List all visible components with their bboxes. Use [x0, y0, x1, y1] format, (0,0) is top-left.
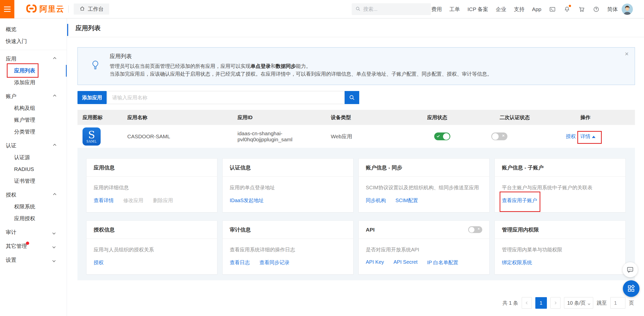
banner-line-1: 管理员可以在当前页面管理已经添加的所有应用，应用可以实现单点登录和数据同步能力。 — [110, 62, 617, 70]
api-toggle-off[interactable]: × — [468, 226, 482, 233]
sidebar-item-org-groups[interactable]: 机构及组 — [0, 102, 67, 114]
chevron-up-icon — [53, 144, 56, 147]
sidebar-item-quickstart[interactable]: 快速入门 — [0, 35, 67, 47]
sidebar-group-account[interactable]: 账户 — [0, 90, 67, 102]
triangle-up-icon — [592, 136, 595, 138]
modify-app-link[interactable]: 修改应用 — [123, 197, 143, 204]
alibaba-cloud-logo-icon — [26, 4, 37, 14]
sidebar-item-overview[interactable]: 概览 — [0, 23, 67, 35]
jump-suffix: 页 — [629, 300, 634, 306]
view-logs-link[interactable]: 查看日志 — [230, 259, 250, 266]
chevron-left-icon — [526, 301, 528, 304]
terminal-icon[interactable] — [549, 6, 556, 13]
nav-enterprise[interactable]: 企业 — [496, 6, 506, 13]
card-title: 应用信息 — [94, 164, 115, 171]
card-desc: 查看应用系统详细的操作日志 — [230, 246, 346, 253]
chat-bubble-icon — [626, 266, 634, 274]
info-banner: 应用列表 管理员可以在当前页面管理已经添加的所有应用，应用可以实现单点登录和数据… — [77, 47, 635, 85]
card-auth-info: 认证信息 应用的单点登录地址 IDaaS发起地址 — [222, 158, 353, 212]
sidebar-group-audit[interactable]: 审计 — [0, 226, 67, 238]
view-sub-account-link[interactable]: 查看应用子账户 — [502, 197, 537, 204]
sidebar-group-application[interactable]: 应用 — [0, 53, 67, 65]
global-search-input[interactable] — [363, 6, 424, 12]
sidebar-item-account-mgmt[interactable]: 账户管理 — [0, 114, 67, 126]
page-size-select[interactable]: 10 条/页 — [564, 297, 593, 309]
sidebar-item-radius[interactable]: RADIUS — [0, 163, 67, 175]
home-icon — [79, 6, 85, 13]
sync-org-link[interactable]: 同步机构 — [366, 197, 386, 204]
col-header-app-status: 应用状态 — [427, 114, 491, 121]
active-item-indicator — [66, 65, 67, 77]
notification-bell-icon[interactable] — [564, 6, 571, 13]
authorize-link[interactable]: 授权 — [566, 133, 576, 140]
view-sync-records-link[interactable]: 查看同步记录 — [259, 259, 290, 266]
alibaba-cloud-logo[interactable]: 阿里云 — [26, 4, 64, 14]
add-app-button[interactable]: 添加应用 — [77, 91, 107, 104]
workbench-button[interactable]: 工作台 — [74, 4, 109, 15]
sidebar-item-category-mgmt[interactable]: 分类管理 — [0, 126, 67, 138]
next-page-button[interactable] — [550, 297, 560, 309]
search-button[interactable] — [345, 91, 359, 104]
hamburger-menu-button[interactable] — [0, 0, 14, 18]
authorize-card-link[interactable]: 授权 — [94, 259, 104, 266]
nav-app[interactable]: App — [532, 6, 541, 12]
close-icon[interactable]: × — [625, 50, 629, 58]
help-icon[interactable] — [593, 6, 600, 13]
nav-icp[interactable]: ICP 备案 — [467, 6, 488, 13]
table-header-row: 应用图标 应用名称 应用ID 设备类型 应用状态 二次认证状态 操作 — [77, 110, 635, 125]
api-key-link[interactable]: API Key — [366, 259, 384, 266]
ip-whitelist-link[interactable]: IP 白名单配置 — [427, 259, 458, 266]
jump-page-input[interactable] — [610, 297, 625, 309]
api-secret-link[interactable]: API Secret — [393, 259, 418, 266]
sidebar-group-authorization[interactable]: 授权 — [0, 189, 67, 201]
sidebar-item-permission-system[interactable]: 权限系统 — [0, 201, 67, 212]
card-authorization-info: 授权信息 应用与人员组织的授权关系 授权 — [86, 220, 217, 275]
nav-tickets[interactable]: 工单 — [449, 6, 460, 13]
card-title: 授权信息 — [94, 226, 115, 233]
col-header-device-type: 设备类型 — [331, 114, 427, 121]
sidebar-item-app-list[interactable]: 应用列表 — [0, 65, 67, 76]
app-name-search-input[interactable] — [107, 91, 345, 104]
chevron-up-icon — [53, 193, 56, 196]
notification-dot — [569, 5, 571, 7]
cart-icon[interactable] — [578, 6, 585, 13]
cell-app-name: CASDOOR-SAML — [127, 133, 237, 140]
nav-billing[interactable]: 费用 — [431, 6, 442, 13]
feedback-chat-button[interactable] — [623, 262, 638, 277]
bind-permission-system-link[interactable]: 绑定权限系统 — [502, 259, 532, 266]
sidebar-item-cert-mgmt[interactable]: 证书管理 — [0, 175, 67, 187]
idaas-sso-link[interactable]: IDaaS发起地址 — [230, 197, 264, 204]
nav-support[interactable]: 支持 — [514, 6, 525, 13]
col-header-mfa-status: 二次认证状态 — [491, 114, 580, 121]
total-count: 共 1 条 — [502, 300, 518, 306]
chevron-up-icon — [53, 57, 56, 60]
chevron-down-icon — [588, 302, 590, 305]
global-search[interactable] — [352, 3, 431, 15]
scim-config-link[interactable]: SCIM配置 — [395, 197, 418, 204]
grid-diamond-icon — [627, 284, 635, 293]
sidebar-item-app-authorization[interactable]: 应用授权 — [0, 212, 67, 224]
sidebar-group-other-mgmt[interactable]: 其它管理 — [0, 240, 67, 252]
col-header-app-name: 应用名称 — [127, 114, 237, 121]
card-in-app-permission: 管理应用内权限 管理应用内菜单与功能权限 绑定权限系统 — [495, 220, 626, 275]
user-avatar[interactable] — [622, 4, 633, 15]
card-desc: SCIM协议设置以及把组织机构、组同步推送至应用 — [366, 184, 482, 191]
red-dot-badge — [26, 242, 29, 245]
card-audit-info: 审计信息 查看应用系统详细的操作日志 查看日志 查看同步记录 — [222, 220, 353, 275]
mfa-status-toggle-off[interactable]: × — [491, 132, 507, 140]
sidebar-item-auth-source[interactable]: 认证源 — [0, 151, 67, 163]
app-status-toggle-on[interactable] — [434, 132, 450, 140]
detail-link[interactable]: 详情 — [580, 133, 595, 140]
sidebar-group-settings[interactable]: 设置 — [0, 254, 67, 266]
widgets-button[interactable] — [623, 280, 639, 297]
sidebar-item-add-app[interactable]: 添加应用 — [0, 76, 67, 88]
sidebar-group-authentication[interactable]: 认证 — [0, 140, 67, 151]
card-title: 管理应用内权限 — [502, 226, 539, 233]
language-switch[interactable]: 简体 — [607, 6, 618, 13]
view-detail-link[interactable]: 查看详情 — [94, 197, 114, 204]
current-page-button[interactable]: 1 — [535, 297, 547, 309]
prev-page-button[interactable] — [522, 297, 532, 309]
idaas-console-page: 阿里云 工作台 费用 工单 ICP 备案 企业 支持 A — [0, 0, 644, 316]
delete-app-link[interactable]: 删除应用 — [153, 197, 173, 204]
jump-label: 跳至 — [597, 300, 607, 306]
